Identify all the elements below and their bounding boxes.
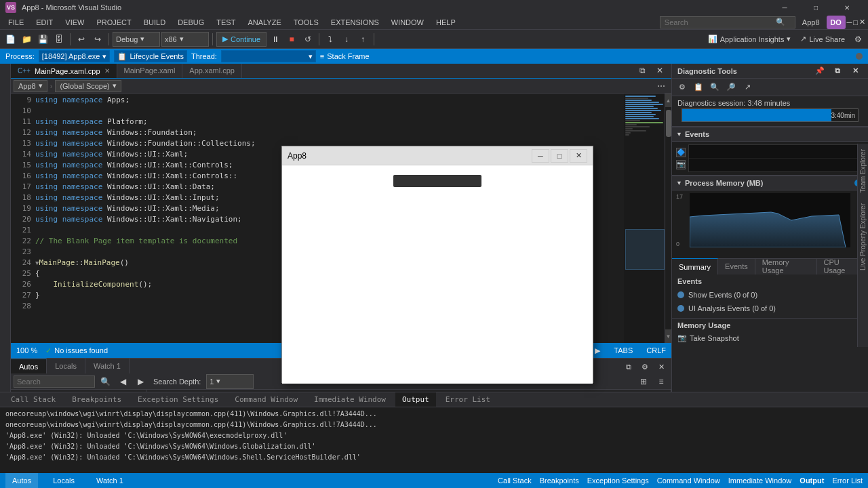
autos-nav-prev[interactable]: ◀ [115,374,130,389]
autos-close[interactable]: ✕ [654,360,669,373]
app8-minimize[interactable]: ─ [532,149,549,163]
menu-window[interactable]: WINDOW [386,15,429,30]
diag-export[interactable]: ↗ [740,81,755,94]
tb-step-over[interactable]: ⤵ [323,32,338,47]
insights-button[interactable]: 📊 Application Insights ▾ [704,35,795,43]
tab-app-xaml-cpp[interactable]: App.xaml.cpp [182,64,242,78]
bc-scope-dropdown[interactable]: (Global Scope)▾ [55,80,121,92]
status-autos[interactable]: Autos [5,473,38,488]
tb-redo[interactable]: ↪ [90,32,105,47]
menu-extensions[interactable]: EXTENSIONS [326,15,384,30]
bc-more[interactable]: ⋯ [654,79,669,94]
tab-watch1[interactable]: Watch 1 [85,359,130,373]
process-dropdown[interactable]: [18492] App8.exe▾ [39,50,111,62]
scroll-up[interactable]: ▲ [665,94,671,107]
status-locals[interactable]: Locals [46,473,81,488]
tab-mainpage-xaml[interactable]: MainPage.xaml [117,64,183,78]
tb-open[interactable]: 📁 [19,32,34,47]
status-watch1[interactable]: Watch 1 [90,473,130,488]
diag-zoom-out[interactable]: 🔎 [724,81,738,94]
autos-float[interactable]: ⧉ [621,360,636,373]
diag-close[interactable]: ✕ [848,64,863,78]
autos-search-input[interactable] [14,375,95,388]
close-all-tabs[interactable]: ✕ [652,64,667,78]
tab-exception-settings[interactable]: Exception Settings [131,392,225,407]
status-breakpoints[interactable]: Breakpoints [540,476,579,485]
tab-error-list[interactable]: Error List [439,392,497,407]
tb-save-all[interactable]: 🗄 [52,32,66,47]
autos-settings[interactable]: ⚙ [637,360,652,373]
status-immediate[interactable]: Immediate Window [728,476,792,485]
autos-search-btn[interactable]: 🔍 [98,374,113,389]
minimize-button[interactable]: ─ [769,0,800,15]
menu-analyze[interactable]: ANALYZE [242,15,286,30]
tb-step-into[interactable]: ↓ [339,32,354,47]
tab-autos[interactable]: Autos [11,359,47,373]
status-call-stack[interactable]: Call Stack [498,476,532,485]
menu-close[interactable]: ✕ [859,18,865,26]
scroll-thumb[interactable] [666,110,671,137]
menu-help[interactable]: HELP [431,15,461,30]
tb-step-out[interactable]: ↑ [355,32,370,47]
team-explorer-label[interactable]: Team Explorer [858,144,868,198]
autos-nav-next[interactable]: ▶ [133,374,148,389]
tab-call-stack[interactable]: Call Stack [4,392,62,407]
tab-memory-usage[interactable]: Memory Usage [755,258,817,274]
tab-breakpoints[interactable]: Breakpoints [65,392,128,407]
tb-restart[interactable]: ↺ [300,32,315,47]
live-property-label[interactable]: Live Property Explorer [858,198,868,276]
diag-copy[interactable]: 📋 [691,81,706,94]
menu-view[interactable]: VIEW [60,15,90,30]
bc-class-dropdown[interactable]: App8▾ [14,80,47,92]
menu-build[interactable]: BUILD [138,15,171,30]
tab-mainpage-xaml-cpp[interactable]: C++ MainPage.xaml.cpp ✕ [11,64,117,78]
autos-text-view[interactable]: ≡ [654,374,669,389]
scroll-down[interactable]: ▼ [665,329,671,343]
diag-float[interactable]: ⧉ [830,64,845,78]
close-button[interactable]: ✕ [831,0,863,15]
lifecycle-button[interactable]: 📋Lifecycle Events [114,50,186,62]
continue-button[interactable]: ▶Continue [216,32,267,47]
vertical-scrollbar[interactable]: ▲ ▼ [665,94,671,343]
menu-minimize[interactable]: ─ [847,18,852,26]
tab-close-0[interactable]: ✕ [104,67,110,75]
take-snapshot-button[interactable]: 📷 Take Snapshot [677,332,863,344]
platform-dropdown[interactable]: x86▾ [161,32,209,47]
menu-project[interactable]: PROJECT [91,15,136,30]
menu-maximize[interactable]: □ [853,18,858,26]
app8-close[interactable]: ✕ [570,149,587,163]
menu-tools[interactable]: TOOLS [288,15,324,30]
thread-dropdown[interactable]: ▾ [221,50,316,62]
debug-dropdown[interactable]: Debug▾ [113,32,160,47]
status-output[interactable]: Output [800,476,824,485]
memory-section-header[interactable]: ▼ Process Memory (MB) [672,176,868,190]
tb-stop[interactable]: ■ [284,32,299,47]
tb-undo[interactable]: ↩ [74,32,89,47]
tb-new[interactable]: 📄 [3,32,18,47]
tab-locals[interactable]: Locals [47,359,85,373]
search-input[interactable] [665,18,773,26]
menu-test[interactable]: TEST [211,15,241,30]
app8-maximize[interactable]: □ [551,149,568,163]
status-exception[interactable]: Exception Settings [587,476,649,485]
autos-columns[interactable]: ⊞ [636,374,651,389]
tb-settings[interactable]: ⚙ [850,32,865,47]
tab-immediate-window[interactable]: Immediate Window [307,392,393,407]
tab-output[interactable]: Output [395,392,436,407]
tab-command-window[interactable]: Command Window [228,392,304,407]
diag-pin[interactable]: 📌 [812,64,827,78]
events-section-header[interactable]: ▼ Events [672,127,868,142]
menu-edit[interactable]: EDIT [31,15,58,30]
scroll-track[interactable] [665,107,671,329]
tab-summary[interactable]: Summary [672,258,718,274]
maximize-button[interactable]: □ [800,0,831,15]
tab-events[interactable]: Events [718,258,755,274]
status-error-list[interactable]: Error List [832,476,863,485]
search-depth-dropdown[interactable]: 1▾ [206,374,254,389]
liveshare-button[interactable]: ↗ Live Share [796,35,849,43]
menu-file[interactable]: FILE [3,15,29,30]
status-command[interactable]: Command Window [657,476,720,485]
tb-save[interactable]: 💾 [35,32,50,47]
menu-debug[interactable]: DEBUG [172,15,210,30]
split-editor[interactable]: ⧉ [635,64,650,78]
